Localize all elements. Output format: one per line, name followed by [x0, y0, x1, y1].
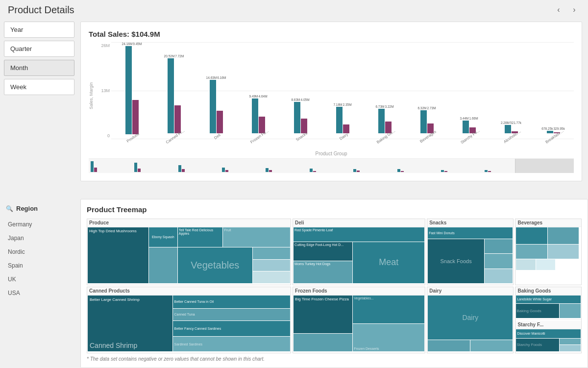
bottom-section: 🔍 Region Germany Japan Nordic Spain UK U… [0, 199, 588, 368]
mini-bar-teal-5 [310, 169, 313, 172]
bar-maroon-label-9: 521.77k [510, 121, 521, 124]
mini-scrollbar[interactable] [515, 159, 574, 173]
filter-month[interactable]: Month [4, 60, 74, 76]
bar-group-3: 9.49M4.64MFrozen Fo... [238, 42, 279, 139]
x-axis-label: Product Group [89, 151, 574, 156]
produce-body: High Top Dried Mushrooms Ebony Squash [87, 227, 291, 284]
frozen-veg: Vegetables... [353, 295, 424, 323]
header-nav: ‹ › [553, 4, 580, 16]
mini-bar-maroon-7 [401, 171, 404, 172]
baking-sugar: Landslide White Sugar [516, 295, 581, 303]
filter-week[interactable]: Week [4, 79, 74, 95]
page-container: Product Details ‹ › Year Quarter Month W… [0, 0, 588, 368]
baking-section: Baking Goods Landslide White Sugar Bakin… [515, 287, 581, 320]
bar-group-8: 3.44M1.66MStarchy Fo... [448, 42, 490, 139]
canned-tuna-group: Better Canned Tuna in Oil Canned Tuna [173, 295, 290, 320]
bar-group-7: 6.32M2.73MBeverages [406, 42, 447, 139]
prev-arrow[interactable]: ‹ [553, 4, 564, 16]
mini-bar-group-2 [178, 160, 221, 172]
bar-maroon-label-1: 7.72M [175, 54, 184, 58]
mini-bar-teal-8 [441, 170, 444, 172]
mini-bar-maroon-1 [138, 169, 141, 172]
treemap-title: Product Treemap [87, 205, 582, 214]
mini-bar-teal-4 [266, 168, 269, 172]
starchy-header: Starchy F... [515, 321, 581, 329]
bar-teal-label-5: 7.18M [333, 103, 342, 106]
canned-right: Better Canned Tuna in Oil Canned Tuna Be… [173, 295, 290, 351]
region-nordic[interactable]: Nordic [4, 246, 74, 257]
bar-teal-label-8: 3.44M [460, 117, 468, 120]
produce-small-2 [253, 260, 290, 271]
mini-bar-teal-3 [222, 168, 225, 172]
starchy-s2 [560, 345, 581, 351]
bar-teal-label-9: 2.28M [501, 121, 510, 124]
bev-b6 [536, 259, 555, 270]
canned-header: Canned Products [87, 287, 291, 295]
produce-right: Tell Tale Red Delicious Apples Fruit Veg… [178, 227, 290, 283]
bar-maroon-label-5: 2.35M [343, 103, 352, 106]
bar-teal-10 [547, 131, 553, 133]
bev-b3 [516, 245, 547, 259]
produce-squash-block: Ebony Squash [149, 227, 177, 247]
canned-section: Canned Products Better Large Canned Shri… [87, 287, 291, 353]
next-arrow[interactable]: › [568, 4, 580, 16]
deli-meat-block: Meat [353, 242, 424, 284]
baking-header: Baking Goods [515, 287, 581, 295]
filter-year[interactable]: Year [4, 22, 74, 38]
mini-bar-teal-2 [178, 165, 181, 172]
mini-bars [91, 160, 572, 172]
region-spain[interactable]: Spain [4, 260, 74, 271]
region-uk[interactable]: UK [4, 274, 74, 285]
produce-fruit-block: Fruit [223, 227, 290, 247]
bar-teal-label-0: 24.16M [122, 42, 133, 46]
baking-goods-block: Baking Goods [516, 304, 559, 318]
starchy-body: Discover Manicotti Starchy Foods [515, 329, 581, 352]
region-japan[interactable]: Japan [4, 233, 74, 244]
mini-bar-maroon-8 [444, 171, 447, 172]
bar-maroon-label-3: 4.64M [259, 95, 268, 98]
bar-group-1: 20.52M7.72MCanned Pr... [153, 42, 195, 139]
treemap-footnote: * The data set contains negative or zero… [87, 356, 582, 362]
deli-bottom: Cutting Edge Foot-Long Hot D... Moms Tur… [294, 242, 424, 284]
bar-maroon-label-7: 2.73M [427, 106, 436, 110]
region-usa[interactable]: USA [4, 288, 74, 298]
beverages-header: Beverages [515, 219, 581, 227]
mini-bar-group-6 [353, 160, 396, 172]
starchy-bottom: Starchy Foods [516, 339, 581, 351]
bar-maroon-1 [174, 105, 181, 133]
deli-top: Red Spade Pimento Loaf [294, 227, 424, 242]
snacks-foods-block: Snack Foods [428, 239, 484, 283]
dairy-header: Dairy [427, 287, 513, 295]
mini-chart [89, 158, 574, 173]
region-germany[interactable]: Germany [4, 219, 74, 230]
canned-shrimp-top: Better Large Canned Shrimp [90, 297, 140, 302]
y-label-bot: 0 [98, 133, 110, 138]
bar-group-9: 2.28M521.77kAlcoholic ... [490, 42, 532, 139]
deli-left: Cutting Edge Foot-Long Hot D... Moms Tur… [294, 242, 352, 284]
snacks-s3 [485, 269, 513, 283]
starchy-s1 [560, 339, 581, 345]
bar-teal-label-1: 20.52M [164, 54, 175, 58]
mini-bar-maroon-9 [488, 171, 491, 172]
bar-maroon-label-6: 3.22M [385, 105, 394, 108]
bars-render: 24.16M9.45MProduce20.52M7.72MCanned Pr..… [111, 42, 574, 139]
mini-bar-group-4 [266, 160, 309, 172]
dairy-small [428, 340, 513, 351]
filter-quarter[interactable]: Quarter [4, 41, 74, 57]
mini-bar-group-7 [397, 160, 441, 172]
treemap-grid: Produce High Top Dried Mushrooms Ebony S… [87, 219, 582, 353]
produce-header: Produce [87, 219, 291, 227]
region-label: Region [16, 205, 38, 212]
frozen-left: Big Time Frozen Cheese Pizza [294, 295, 352, 351]
starchy-small [560, 339, 581, 351]
produce-sub [149, 247, 177, 283]
chart-title: Total Sales: $104.9M [89, 30, 574, 38]
frozen-header: Frozen Foods [293, 287, 425, 295]
dairy-s2 [470, 340, 513, 351]
bar-teal-9 [505, 125, 511, 133]
mini-bar-teal-1 [134, 163, 137, 172]
page-title: Product Details [8, 4, 74, 16]
starchy-foods-block: Starchy Foods [516, 339, 559, 351]
deli-section: Deli Red Spade Pimento Loaf Cutting Edge… [293, 219, 425, 285]
mini-bar-group-8 [441, 160, 484, 172]
